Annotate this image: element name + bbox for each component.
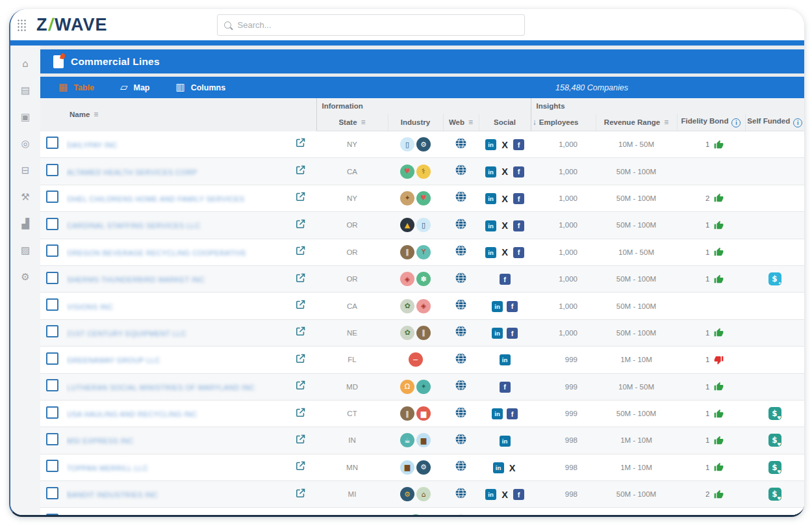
open-external-icon[interactable] [295,488,306,499]
linkedin-icon[interactable]: in [485,193,496,204]
facebook-icon[interactable]: f [513,139,524,150]
settings-icon[interactable]: ⚙ [19,270,32,283]
website-globe-icon[interactable] [455,433,467,445]
website-globe-icon[interactable] [455,218,467,230]
website-globe-icon[interactable] [455,487,467,499]
company-name-link[interactable]: LUTHERAN SOCIAL MINISTRIES OF MARYLAND I… [67,384,255,391]
website-globe-icon[interactable] [455,352,467,365]
row-checkbox[interactable] [46,325,58,337]
row-checkbox[interactable] [46,514,58,515]
linkedin-icon[interactable]: in [500,354,511,365]
linkedin-icon[interactable]: in [500,436,511,447]
company-name-link[interactable]: OHEL CHILDRENS HOME AND FAMILY SERVICES [67,195,244,203]
sort-descending-icon[interactable] [533,118,537,127]
website-globe-icon[interactable] [455,514,467,515]
facebook-icon[interactable]: f [513,489,524,500]
website-globe-icon[interactable] [455,272,467,284]
x-icon[interactable]: X [500,489,509,500]
linkedin-icon[interactable]: in [485,489,496,500]
row-checkbox[interactable] [46,244,58,257]
facebook-icon[interactable]: f [513,166,524,178]
website-globe-icon[interactable] [455,191,467,203]
open-external-icon[interactable] [295,380,306,391]
tab-columns[interactable]: ▥ Columns [175,83,225,92]
website-globe-icon[interactable] [455,137,467,150]
name-filter-icon[interactable] [94,110,98,119]
open-external-icon[interactable] [295,434,306,445]
linkedin-icon[interactable]: in [485,139,496,150]
facebook-icon[interactable]: f [507,328,518,339]
row-checkbox[interactable] [46,487,58,499]
open-external-icon[interactable] [295,137,306,148]
open-external-icon[interactable] [295,191,306,202]
company-name-link[interactable]: BANDIT INDUSTRIES INC [67,491,158,499]
search-input[interactable] [236,20,518,31]
facebook-icon[interactable]: f [507,408,518,419]
x-icon[interactable]: X [500,220,509,231]
website-globe-icon[interactable] [455,244,467,257]
row-checkbox[interactable] [46,352,58,365]
state-filter-icon[interactable] [361,118,366,127]
app-launcher-icon[interactable] [17,19,27,31]
row-checkbox[interactable] [46,191,58,203]
tab-map[interactable]: ▱ Map [120,83,150,92]
target-icon[interactable]: ◎ [19,137,32,150]
row-checkbox[interactable] [46,379,58,391]
tools-icon[interactable]: ⚒ [19,191,32,204]
analytics-icon[interactable]: ▟ [19,217,32,230]
x-icon[interactable]: X [500,166,509,178]
row-checkbox[interactable] [46,218,58,230]
open-external-icon[interactable] [295,164,306,176]
open-external-icon[interactable] [295,272,306,283]
facebook-icon[interactable]: f [500,382,511,393]
facebook-icon[interactable]: f [513,247,524,258]
resources-icon[interactable]: ▨ [19,244,32,257]
linkedin-icon[interactable]: in [485,166,496,178]
linkedin-icon[interactable]: in [492,301,503,312]
revenue-filter-icon[interactable] [664,118,668,127]
open-external-icon[interactable] [295,460,306,471]
linkedin-icon[interactable]: in [492,328,503,339]
company-name-link[interactable]: DAILYPAY INC [67,141,118,149]
x-icon[interactable]: X [508,462,517,473]
facebook-icon[interactable]: f [507,301,518,312]
company-name-link[interactable]: CARDINAL STAFFING SERVICES LLC [67,222,201,230]
row-checkbox[interactable] [46,460,58,472]
company-name-link[interactable]: VISIONS INC [67,303,113,311]
facebook-icon[interactable]: f [500,274,511,285]
website-globe-icon[interactable] [455,164,467,176]
x-icon[interactable]: X [500,193,509,204]
website-globe-icon[interactable] [455,460,467,472]
fidelity-info-icon[interactable] [731,118,741,127]
x-icon[interactable]: X [500,247,509,258]
website-globe-icon[interactable] [455,298,467,311]
open-external-icon[interactable] [295,353,306,364]
row-checkbox[interactable] [46,137,58,149]
global-search[interactable] [217,14,525,36]
facebook-icon[interactable]: f [513,193,524,204]
x-icon[interactable]: X [500,139,509,150]
linkedin-icon[interactable]: in [485,247,496,258]
web-filter-icon[interactable] [468,118,473,127]
row-checkbox[interactable] [46,406,58,419]
documents-icon[interactable]: ▣ [19,111,32,124]
tab-table[interactable]: ▦ Table [58,83,94,92]
linkedin-icon[interactable]: in [485,220,496,231]
company-name-link[interactable]: USA HAULING AND RECYCLING INC [67,410,197,418]
open-external-icon[interactable] [295,514,306,515]
website-globe-icon[interactable] [455,406,467,419]
open-external-icon[interactable] [295,245,306,256]
self-funded-info-icon[interactable] [793,118,802,127]
open-external-icon[interactable] [295,218,306,230]
billing-icon[interactable]: ⊟ [19,164,32,177]
facebook-icon[interactable]: f [513,220,524,231]
row-checkbox[interactable] [46,433,58,445]
home-icon[interactable]: ⌂ [19,57,32,70]
open-external-icon[interactable] [295,407,306,418]
row-checkbox[interactable] [46,272,58,284]
row-checkbox[interactable] [46,298,58,311]
company-name-link[interactable]: OREGON BEVERAGE RECYCLING COOPERATIVE [67,249,246,257]
website-globe-icon[interactable] [455,325,467,337]
open-external-icon[interactable] [295,326,306,337]
company-name-link[interactable]: GREENAWAY GROUP LLC [67,356,160,364]
